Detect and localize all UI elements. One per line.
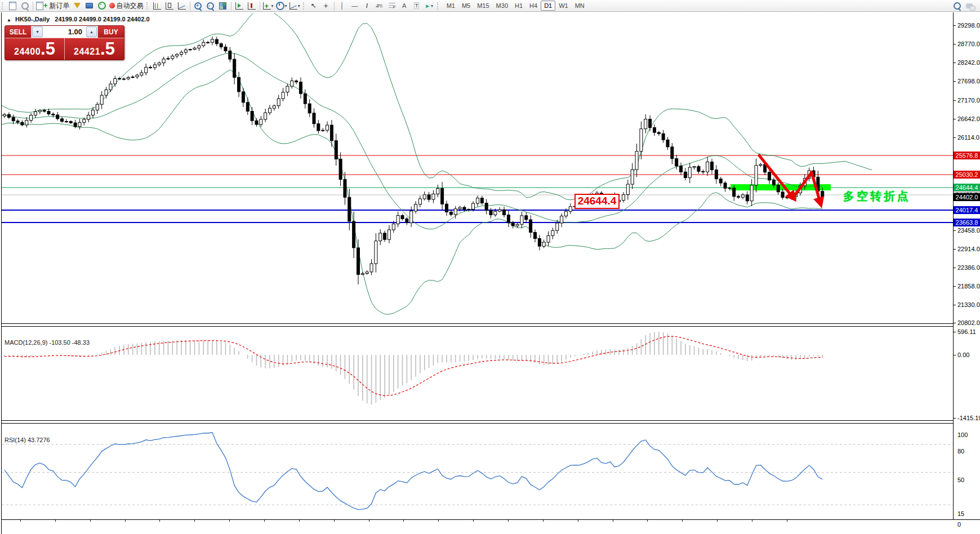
sell-price-frac: .5 — [41, 41, 55, 57]
date-tick-mark — [787, 519, 787, 522]
rsi-axis-label: 100 — [957, 431, 968, 439]
date-tick-mark — [334, 519, 335, 522]
chart-left-border — [1, 12, 2, 534]
price-tick-mark — [953, 63, 956, 63]
price-tick-label: 28770.0 — [957, 40, 980, 48]
price-tick-mark — [953, 25, 956, 26]
date-tick-mark — [752, 519, 752, 522]
date-tick-mark — [647, 519, 648, 522]
trading-platform-window: + 新订单 自动交易 + - +▾ ▾ ▾ ↖ + │ — / =E F A — [0, 0, 980, 534]
date-tick-mark — [508, 519, 509, 522]
price-tick-mark — [953, 44, 956, 44]
symbol-period: HK50-,Daily — [15, 16, 50, 23]
level-price-label: 25030.2 — [954, 171, 980, 179]
level-price-label: 24644.4 — [954, 184, 980, 192]
turning-point-note[interactable]: 多空转折点 — [843, 189, 911, 204]
price-tick-mark — [953, 286, 956, 287]
sell-button[interactable]: SELL — [5, 26, 31, 38]
ohlc-values: 24199.0 24499.0 24199.0 24402.0 — [55, 16, 149, 23]
date-tick-mark — [229, 519, 230, 522]
date-tick-mark — [299, 519, 300, 522]
one-click-trade-panel: SELL ▼ 1.00 ▲ BUY 24400 .5 24421 .5 — [5, 25, 124, 60]
date-tick-mark — [125, 519, 126, 522]
price-tick-mark — [953, 100, 956, 101]
price-tick-label: 29298.0 — [957, 21, 980, 29]
price-tick-label: 21858.0 — [957, 282, 980, 290]
volume-field[interactable]: ▼ 1.00 ▲ — [31, 26, 98, 38]
price-tick-label: 20802.0 — [957, 319, 980, 327]
macd-axis-label: -1415.19 — [957, 414, 980, 422]
date-tick-mark — [578, 519, 578, 522]
rsi-axis-label: 50 — [957, 476, 964, 484]
date-tick-mark — [438, 519, 439, 522]
macd-pane-top-border — [1, 326, 954, 327]
current-price-label: 24402.0 — [954, 193, 980, 201]
rsi-pane-bottom-border — [1, 519, 980, 520]
price-tick-mark — [953, 323, 956, 323]
date-tick-mark — [264, 519, 265, 522]
price-callout-box[interactable]: 24644.4 — [574, 194, 620, 209]
price-tick-mark — [953, 249, 956, 250]
level-price-label: 25576.8 — [954, 152, 980, 159]
date-tick-mark — [403, 519, 404, 522]
price-tick-label: 21330.0 — [957, 301, 980, 309]
date-tick-mark — [20, 519, 21, 522]
date-tick-mark — [613, 519, 613, 522]
collapse-triangle-icon: ▲ — [7, 17, 11, 23]
price-tick-label: 22914.0 — [957, 245, 980, 253]
price-tick-mark — [953, 230, 956, 231]
price-tick-label: 22386.0 — [957, 264, 980, 272]
price-tick-label: 28242.0 — [957, 59, 980, 66]
price-tick-label: 23458.0 — [957, 226, 980, 234]
macd-axis-label: 596.11 — [957, 328, 976, 336]
date-tick-mark — [543, 519, 544, 522]
rsi-pane-top-border — [1, 423, 954, 424]
date-tick-mark — [369, 519, 369, 522]
price-tick-mark — [953, 268, 956, 268]
volume-down-button[interactable]: ▼ — [32, 26, 43, 37]
date-tick-mark — [473, 519, 474, 522]
buy-price-frac: .5 — [100, 41, 115, 57]
macd-pane-bottom-border — [1, 420, 954, 421]
rsi-axis-label: 15 — [957, 510, 964, 518]
price-tick-label: 26642.0 — [957, 115, 980, 123]
buy-price-main: 24421 — [74, 47, 100, 57]
buy-price[interactable]: 24421 .5 — [65, 38, 124, 60]
price-tick-label: 27698.0 — [957, 77, 980, 85]
price-tick-mark — [953, 305, 956, 305]
date-tick-mark — [682, 519, 683, 522]
price-tick-label: 27170.0 — [957, 96, 980, 104]
date-tick-mark — [194, 519, 195, 522]
price-tick-mark — [953, 119, 956, 119]
level-price-label: 24017.4 — [954, 206, 980, 214]
date-tick-mark — [159, 519, 160, 522]
rsi-indicator-label: RSI(14) 43.7276 — [5, 437, 50, 443]
date-tick-mark — [717, 519, 718, 522]
macd-indicator-label: MACD(12,26,9) -103.50 -48.33 — [5, 339, 90, 346]
price-tick-mark — [953, 81, 956, 82]
sell-price[interactable]: 24400 .5 — [5, 38, 65, 60]
sell-price-main: 24400 — [14, 47, 41, 57]
price-tick-mark — [953, 137, 956, 138]
macd-axis-label: 0.00 — [957, 351, 969, 359]
price-tick-label: 26114.0 — [957, 134, 979, 141]
level-price-label: 23663.8 — [954, 219, 980, 226]
price-axis-border — [953, 12, 954, 519]
volume-value[interactable]: 1.00 — [43, 28, 86, 36]
chart-title: ▲ HK50-,Daily 24199.0 24499.0 24199.0 24… — [7, 16, 150, 23]
main-pane-bottom-border — [1, 323, 954, 324]
buy-button[interactable]: BUY — [98, 26, 124, 38]
volume-up-button[interactable]: ▲ — [86, 26, 97, 37]
chart-canvas[interactable] — [0, 0, 980, 534]
chart-area[interactable]: ▲ HK50-,Daily 24199.0 24499.0 24199.0 24… — [0, 12, 980, 534]
date-tick-mark — [55, 519, 56, 522]
rsi-axis-label: 80 — [957, 447, 964, 455]
rsi-axis-label: 0 — [957, 520, 961, 528]
date-tick-mark — [90, 519, 91, 522]
